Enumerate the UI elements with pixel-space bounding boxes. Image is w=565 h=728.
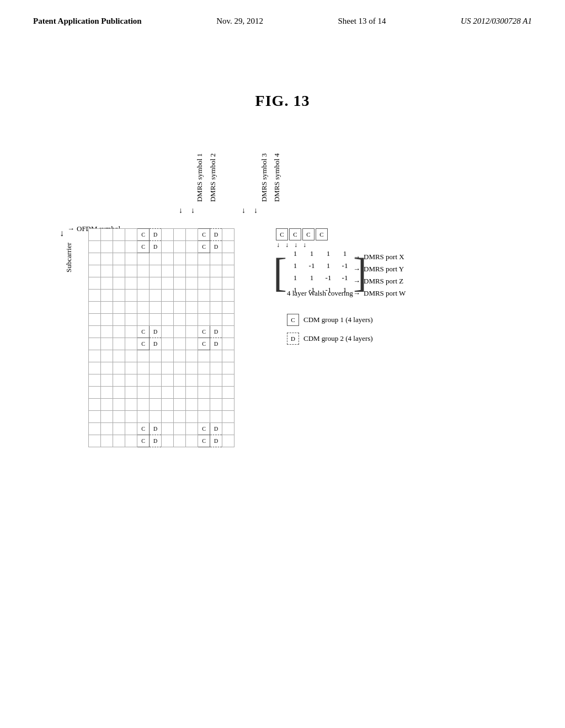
grid-cell: D [150,338,162,350]
ofdm-arrow-icon: → [67,224,74,233]
walsh-covering-label: 4 layer Walsh covering [287,289,353,298]
grid-cell: C [137,423,150,435]
grid-cell: C [198,241,210,253]
grid-cell [174,302,186,314]
grid-cell [150,411,162,423]
walsh-c-cell-2: C [289,228,301,240]
grid-cell: D [210,229,222,241]
grid-cell [162,350,174,362]
grid-cell [150,374,162,387]
grid-cell [162,435,174,447]
grid-cell [101,338,113,350]
grid-cell [137,399,150,411]
grid-cell [198,387,210,399]
walsh-cell: 1 [320,260,337,272]
grid-cell: C [198,423,210,435]
port-arrow-2: → [353,277,360,286]
grid-cell: D [210,241,222,253]
main-grid: CDCDCDCDCDCDCDCDCDCDCDCD [88,228,234,447]
legend-d-label: CDM group 2 (4 layers) [303,334,373,343]
grid-cell [222,314,234,326]
grid-cell [113,399,125,411]
walsh-c-cell-4: C [316,228,328,240]
walsh-cell: 1 [303,248,320,260]
grid-cell [150,253,162,265]
grid-cell [174,411,186,423]
grid-cell [113,387,125,399]
grid-cell [113,277,125,290]
grid-cell [186,362,198,374]
grid-cell [89,362,101,374]
grid-cell [113,326,125,338]
grid-cell [113,374,125,387]
walsh-cell: 1 [287,260,303,272]
walsh-cell: -1 [303,260,320,272]
dmrs-symbol-2-label: DMRS symbol 2 [209,153,217,202]
walsh-cell: 1 [303,272,320,284]
dmrs-symbol-3-label: DMRS symbol 3 [260,153,269,202]
grid-cell [186,314,198,326]
grid-cell [162,326,174,338]
grid-cell [198,350,210,362]
grid-cell [125,290,137,302]
grid-cell [198,265,210,277]
grid-cell [113,338,125,350]
grid-cell [174,387,186,399]
grid-cell [222,350,234,362]
walsh-cell: 1 [287,248,303,260]
grid-cell [125,253,137,265]
grid-cell: C [137,241,150,253]
legend-item-c: C CDM group 1 (4 layers) [287,314,373,326]
grid-cell [198,411,210,423]
grid-cell [137,253,150,265]
grid-cell [125,338,137,350]
grid-cell [222,435,234,447]
grid-cell [101,314,113,326]
dmrs-sym1-arrow: ↓ [179,206,183,215]
grid-cell [125,374,137,387]
grid-cell [101,374,113,387]
grid-cell [210,350,222,362]
grid-cell [186,435,198,447]
grid-cell [137,302,150,314]
grid-cell [222,374,234,387]
grid-cell [89,374,101,387]
grid-cell [150,387,162,399]
grid-cell [162,302,174,314]
grid-cell [125,277,137,290]
grid-cell: C [137,229,150,241]
port-name-1: DMRS port Y [364,265,404,274]
grid-cell [113,423,125,435]
grid-cell [101,290,113,302]
grid-cell [210,265,222,277]
walsh-cell: -1 [320,272,337,284]
grid-cell [113,290,125,302]
grid-cell: C [198,338,210,350]
legend-d-box: D [287,333,299,345]
port-arrow-3: → [353,289,360,298]
grid-cell [210,314,222,326]
grid-cell [198,362,210,374]
grid-cell: D [210,338,222,350]
grid-cell [186,399,198,411]
grid-cell [174,350,186,362]
grid-cell [150,290,162,302]
grid-cell [137,277,150,290]
grid-cell [125,399,137,411]
grid-cell [89,338,101,350]
grid-cell [210,374,222,387]
dmrs-symbol-1-label: DMRS symbol 1 [195,153,204,202]
grid-cell [162,229,174,241]
grid-cell [125,314,137,326]
grid-cell [174,277,186,290]
grid-cell [89,423,101,435]
grid-cell: C [198,326,210,338]
grid-cell [137,265,150,277]
grid-cell: C [137,435,150,447]
grid-cell [101,423,113,435]
subcarrier-label: Subcarrier [65,243,73,272]
grid-cell [101,350,113,362]
grid-cell [113,253,125,265]
diagram-area: DMRS symbol 1 DMRS symbol 2 DMRS symbol … [44,143,530,463]
walsh-cell: 1 [287,272,303,284]
